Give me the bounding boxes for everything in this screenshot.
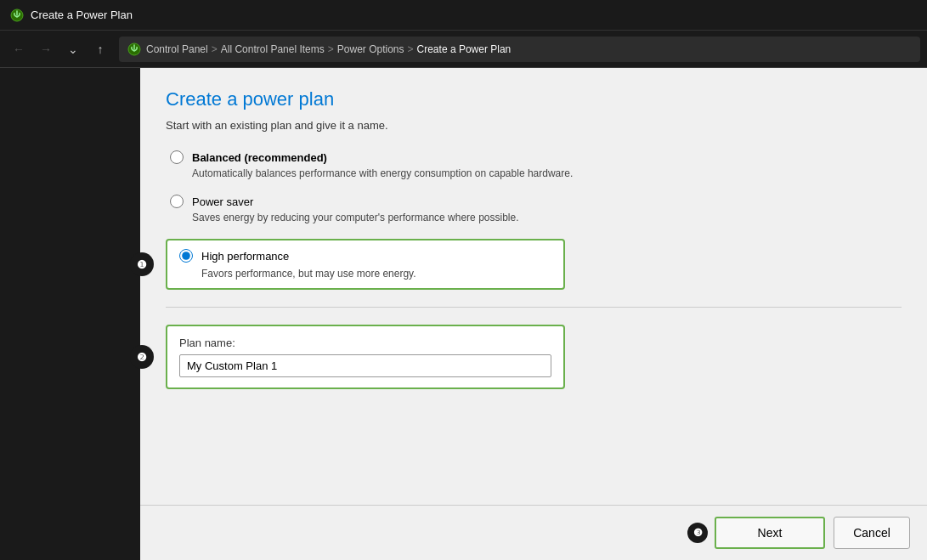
label-high-performance: High performance bbox=[201, 250, 289, 263]
plan-name-input[interactable] bbox=[179, 354, 551, 377]
forward-button[interactable]: → bbox=[34, 37, 58, 61]
step-badge-1: ❶ bbox=[130, 252, 154, 276]
options-section: Balanced (recommended) Automatically bal… bbox=[166, 150, 902, 290]
plan-name-box: Plan name: bbox=[166, 325, 565, 389]
plan-name-label: Plan name: bbox=[179, 337, 551, 349]
step-badge-3: ❸ bbox=[687, 523, 708, 543]
nav-bar: ← → ⌄ ↑ Control Panel > All Control Pane… bbox=[0, 31, 927, 68]
window-title: Create a Power Plan bbox=[31, 8, 133, 21]
main-area: Create a power plan Start with an existi… bbox=[0, 68, 927, 560]
content-panel: Create a power plan Start with an existi… bbox=[140, 68, 927, 560]
subtitle: Start with an existing plan and give it … bbox=[166, 119, 902, 132]
page-title: Create a power plan bbox=[166, 88, 902, 110]
back-button[interactable]: ← bbox=[7, 37, 31, 61]
option-power-saver: Power saver Saves energy by reducing you… bbox=[166, 195, 902, 223]
high-performance-box: High performance Favors performance, but… bbox=[166, 239, 565, 290]
dropdown-button[interactable]: ⌄ bbox=[61, 37, 85, 61]
step-badge-2: ❷ bbox=[130, 345, 154, 369]
breadcrumb-item-all-items[interactable]: All Control Panel Items bbox=[221, 43, 325, 55]
breadcrumb-item-create-plan: Create a Power Plan bbox=[417, 43, 512, 55]
cancel-button[interactable]: Cancel bbox=[834, 517, 910, 549]
label-power-saver: Power saver bbox=[192, 195, 253, 208]
radio-balanced[interactable] bbox=[170, 150, 184, 164]
desc-balanced: Automatically balances performance with … bbox=[170, 167, 902, 179]
option-high-performance-wrapper: ❶ High performance Favors performance, b… bbox=[166, 239, 902, 290]
label-balanced: Balanced (recommended) bbox=[192, 151, 327, 164]
window-icon bbox=[10, 8, 24, 22]
breadcrumb-icon bbox=[127, 42, 141, 56]
section-divider bbox=[166, 307, 902, 308]
up-button[interactable]: ↑ bbox=[88, 37, 112, 61]
next-button-wrapper: ❸ Next bbox=[687, 517, 825, 549]
next-button[interactable]: Next bbox=[715, 517, 825, 549]
plan-name-section: ❷ Plan name: bbox=[166, 325, 902, 389]
breadcrumb: Control Panel > All Control Panel Items … bbox=[119, 37, 920, 62]
breadcrumb-item-power-options[interactable]: Power Options bbox=[337, 43, 404, 55]
desc-power-saver: Saves energy by reducing your computer's… bbox=[170, 212, 902, 223]
title-bar: Create a Power Plan bbox=[0, 0, 927, 31]
desc-high-performance: Favors performance, but may use more ene… bbox=[179, 268, 551, 280]
bottom-bar: ❸ Next Cancel bbox=[140, 505, 927, 560]
option-balanced: Balanced (recommended) Automatically bal… bbox=[166, 150, 902, 179]
radio-power-saver[interactable] bbox=[170, 195, 184, 208]
radio-high-performance[interactable] bbox=[179, 249, 193, 263]
breadcrumb-item-control-panel[interactable]: Control Panel bbox=[146, 43, 208, 55]
sidebar bbox=[0, 68, 140, 560]
